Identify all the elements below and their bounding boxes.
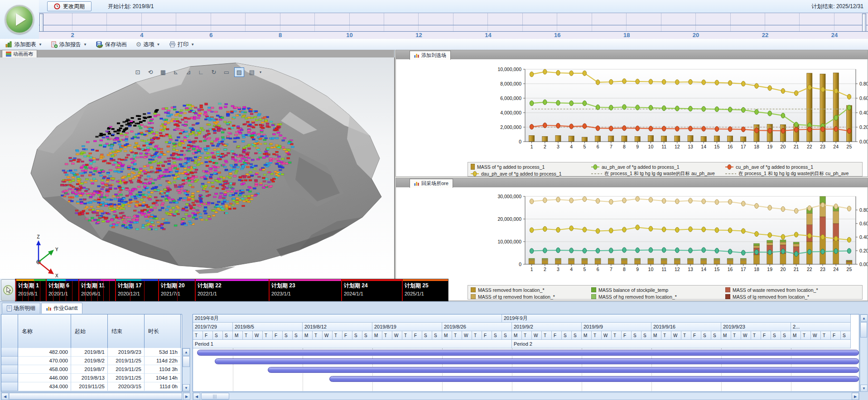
scrollbar-thumb[interactable] <box>201 393 229 400</box>
viewport-toolbar: ⊡⟲▦⊾⊿∟↻▭▨▤▾ <box>133 67 261 77</box>
period-block[interactable]: 计划期 202021/7/1 <box>158 279 195 301</box>
print-button[interactable]: 打印▼ <box>165 39 198 49</box>
dropdown-arrow-icon: ▼ <box>83 43 87 47</box>
scroll-down-button[interactable]: ▼ <box>860 385 868 392</box>
gantt-day-cell: F <box>761 331 771 340</box>
view-plane-xy-icon[interactable]: ⊾ <box>171 67 181 77</box>
save-animation-button[interactable]: 保存动画 <box>92 39 130 49</box>
gantt-task-bar[interactable] <box>215 358 859 364</box>
gantt-task-bar[interactable] <box>268 367 859 373</box>
column-header-1[interactable]: 起始 <box>71 314 108 348</box>
period-sub-tick <box>34 281 34 301</box>
period-block[interactable]: 计划期 232023/1/1 <box>269 279 341 301</box>
gantt-task-bar[interactable] <box>329 376 859 382</box>
scroll-up-button[interactable]: ▲ <box>183 348 190 356</box>
scrollbar-thumb[interactable] <box>860 322 867 338</box>
scroll-down-button[interactable]: ▼ <box>183 384 190 391</box>
scroll-right-button[interactable]: ▶ <box>852 393 859 400</box>
orbit-rotate-icon[interactable]: ⟲ <box>145 67 155 77</box>
tab-job-gantt[interactable]: 作业Gantt <box>41 303 82 314</box>
table-horizontal-scrollbar[interactable]: ◀ ▶ <box>1 392 190 400</box>
period-date: 2020/1/1 <box>48 291 68 296</box>
gantt-day-cell: T <box>661 331 671 340</box>
period-block[interactable]: 计划期 172020/12/1 <box>115 279 158 301</box>
svg-text:6,000,000: 6,000,000 <box>500 95 521 101</box>
gantt-day-cell: T <box>313 331 323 340</box>
scrollbar-thumb[interactable] <box>183 356 190 367</box>
table-cell: 2020/3/15 <box>108 382 145 391</box>
options-button[interactable]: ⚙ 选项▼ <box>132 39 164 49</box>
chart1-tab[interactable]: 添加到选场 <box>410 51 451 60</box>
view-plane-xz-icon[interactable]: ⊿ <box>183 67 193 77</box>
table-vertical-scrollbar[interactable]: ▲ ▼ <box>182 348 190 392</box>
period-block[interactable]: 计划期 62020/1/1 <box>46 279 78 301</box>
column-header-2[interactable]: 结束 <box>108 314 145 348</box>
column-header-0[interactable]: 名称 <box>18 314 71 348</box>
period-block[interactable]: 计划期 112020/6/1 <box>78 279 115 301</box>
svg-text:10,000,000: 10,000,000 <box>497 67 521 72</box>
svg-text:9: 9 <box>636 267 639 272</box>
gantt-vertical-scrollbar[interactable]: ▲ ▼ <box>860 314 868 392</box>
svg-text:3: 3 <box>557 144 559 149</box>
table-row[interactable]: 458.0002019/8/72019/11/25110d 3h <box>1 365 182 374</box>
table-cell: 2019/8/7 <box>71 365 108 374</box>
period-block[interactable]: 计划期 222022/1/1 <box>195 279 269 301</box>
timeline-end-handle[interactable] <box>862 14 866 32</box>
play-animation-button[interactable] <box>5 5 34 34</box>
gantt-day-cell: W <box>811 331 821 340</box>
display-options-icon[interactable]: ▤ <box>247 67 257 77</box>
tab-location-details[interactable]: 场所明细 <box>2 303 40 314</box>
period-timeline-ruler[interactable]: 24681012141618202224 <box>39 13 868 39</box>
add-report-button[interactable]: 添加报告▼ <box>48 39 91 49</box>
table-row[interactable]: 446.0002019/8/132019/11/25104d 14h <box>1 374 182 382</box>
change-period-button[interactable]: 更改周期 <box>47 1 92 11</box>
column-header-3[interactable]: 时长 <box>145 314 181 348</box>
table-row[interactable]: 470.0002019/8/22019/11/25114d 22h <box>1 357 182 365</box>
legend-row: MASS of *g added to process_1au_ph_ave o… <box>471 163 859 170</box>
svg-text:23: 23 <box>820 267 825 272</box>
period-block[interactable]: 计划期 242024/1/1 <box>341 279 402 301</box>
clip-box-icon[interactable]: ▨ <box>234 67 244 77</box>
gantt-day-cell: S <box>213 331 223 340</box>
table-row[interactable]: 434.0002019/11/252020/3/15111d 0h <box>1 382 182 391</box>
gantt-day-cell: F <box>831 331 841 340</box>
scroll-up-button[interactable]: ▲ <box>860 314 868 322</box>
gantt-day-cell: S <box>562 331 572 340</box>
add-report-label: 添加报告 <box>59 41 81 48</box>
ruler-track-bottom <box>39 25 868 32</box>
table-cell: 2019/11/25 <box>108 357 145 365</box>
gantt-day-cell: M <box>303 331 313 340</box>
gantt-week-cell: 2019/9/16 <box>651 323 721 331</box>
add-chart-button[interactable]: 添加图表▼ <box>2 39 46 49</box>
svg-text:0.000: 0.000 <box>859 139 868 144</box>
animation-canvas-3d-viewport[interactable]: Z Y X ⊡⟲▦⊾⊿∟↻▭▨▤▾ <box>0 57 395 279</box>
period-color-strip <box>403 279 448 281</box>
rotate-axes-icon[interactable]: ↻ <box>209 67 219 77</box>
period-block[interactable]: 计划期 252025/1/1 <box>402 279 448 301</box>
period-block[interactable]: 计划期 12019/8/1 <box>15 279 46 301</box>
block-model-icon[interactable]: ▦ <box>158 67 168 77</box>
marquee-select-icon[interactable]: ⊡ <box>133 67 143 77</box>
svg-text:0.400: 0.400 <box>859 110 868 115</box>
period-color-strip <box>196 279 269 281</box>
scroll-left-button[interactable]: ◀ <box>193 393 200 400</box>
chart2-tab[interactable]: 回采场所ore <box>410 179 453 188</box>
scroll-left-button[interactable]: ◀ <box>1 393 9 400</box>
table-row[interactable]: 482.0002019/8/12019/9/2353d 11h <box>1 348 182 357</box>
gantt-day-cell: S <box>432 331 442 340</box>
gantt-week-cell: 2019/9/2 <box>512 323 582 331</box>
scrollbar-thumb[interactable] <box>9 393 182 400</box>
gantt-day-cell: F <box>482 331 492 340</box>
period-pointer-button[interactable] <box>1 279 15 301</box>
svg-text:0.200: 0.200 <box>859 124 868 130</box>
tab-animation-canvas[interactable]: 动画画布 <box>2 50 37 58</box>
gantt-day-cell: M <box>721 331 731 340</box>
row-header-cell <box>1 348 18 357</box>
view-plane-yz-icon[interactable]: ∟ <box>196 67 206 77</box>
solid-box-icon[interactable]: ▭ <box>222 67 231 77</box>
gantt-task-bar[interactable] <box>197 350 859 356</box>
scroll-right-button[interactable]: ▶ <box>183 393 190 400</box>
timeline-start-handle[interactable] <box>39 14 43 32</box>
svg-text:18: 18 <box>754 144 759 149</box>
gantt-horizontal-scrollbar[interactable]: ◀ ▶ <box>193 392 859 400</box>
